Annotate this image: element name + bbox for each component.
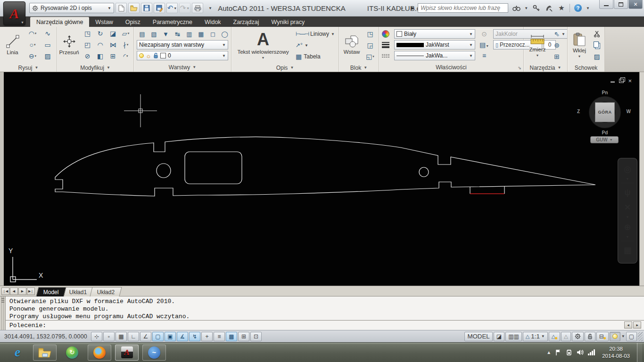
chevron-down-icon[interactable]: ▼	[626, 215, 629, 219]
ucs-menu-button[interactable]: GUW ▼	[590, 136, 619, 143]
save-button[interactable]	[141, 3, 152, 13]
showmotion-icon[interactable]: ▦	[620, 243, 635, 257]
draw-tool-button[interactable]: ⊖	[25, 51, 40, 61]
workspace-selector[interactable]: Rysowanie 2D i opis ▼	[29, 3, 114, 13]
layout-tab[interactable]: Model	[36, 287, 66, 296]
modify-tool-button[interactable]: ◧	[94, 51, 107, 61]
application-menu-button[interactable]: A ▼	[3, 1, 25, 25]
status-toggle-button[interactable]: ▫	[103, 332, 115, 341]
status-toggle-button[interactable]: ≡	[214, 332, 225, 341]
panel-footer-properties[interactable]: Właściwości ⇘	[379, 63, 523, 72]
taskbar-windows-explorer[interactable]	[33, 345, 57, 361]
panel-footer-draw[interactable]: Rysuj▼	[0, 64, 57, 72]
viewcube-south-label[interactable]: Pd	[602, 130, 608, 135]
line-tool-button[interactable]: Linia	[1, 28, 24, 63]
drawing-restore-icon[interactable]	[619, 79, 624, 83]
coordinate-readout[interactable]: 3014.4091, 1532.0795, 0.0000	[1, 333, 90, 340]
ribbon-tab[interactable]: Narzędzia główne	[30, 17, 89, 27]
modify-tool-button[interactable]: ↻	[94, 28, 107, 39]
open-file-button[interactable]	[128, 3, 140, 13]
status-toggle-button[interactable]: ∟	[128, 332, 139, 341]
status-toggle-button[interactable]: ↯	[189, 332, 200, 341]
modify-tool-button[interactable]: ⋈	[107, 40, 119, 50]
utility-tool-button[interactable]: ⊚	[551, 40, 562, 50]
power-icon[interactable]	[565, 349, 572, 355]
action-center-icon[interactable]	[555, 349, 561, 356]
application-status-menu-button[interactable]	[610, 332, 620, 341]
object-color-dropdown[interactable]: Biały ▼	[394, 29, 475, 39]
draw-tool-button[interactable]: ▨	[40, 51, 55, 61]
tray-expand-icon[interactable]: ▲	[546, 350, 551, 355]
lineweight-dropdown[interactable]: JakWarst ▼	[394, 40, 475, 49]
layer-tool-button[interactable]: ▥	[184, 29, 195, 39]
status-toggle-button[interactable]: ∠	[140, 332, 151, 341]
taskbar-thunderbird[interactable]: ~	[142, 345, 166, 361]
chevron-down-icon[interactable]: ▼	[626, 235, 629, 239]
show-desktop-button[interactable]	[637, 343, 642, 362]
modify-tool-button[interactable]: ⊘	[81, 51, 94, 61]
layer-tool-button[interactable]: ◯	[219, 29, 230, 39]
draw-tool-button[interactable]: ▭	[40, 40, 55, 50]
status-toggle-button[interactable]: ▢	[152, 332, 164, 341]
utility-tool-button[interactable]: ⇖	[551, 29, 562, 39]
panel-footer-block[interactable]: Blok▼	[339, 64, 379, 72]
undo-button[interactable]: ↶▼	[166, 3, 178, 13]
help-button[interactable]: ?	[573, 3, 583, 13]
chevron-down-icon[interactable]: ▼	[524, 6, 528, 10]
layers-list-icon[interactable]: ▤▼	[477, 41, 491, 49]
clean-screen-button[interactable]: ▢	[626, 332, 637, 341]
subscription-center-button[interactable]	[531, 3, 541, 13]
insert-block-button[interactable]: Wstaw	[340, 28, 363, 63]
block-tool-button[interactable]: ◲	[364, 40, 376, 50]
qat-customize-button[interactable]: ▼	[205, 3, 216, 13]
panel-footer-utilities[interactable]: Narzędzia▼	[524, 64, 567, 72]
viewcube-west-label[interactable]: Z	[577, 109, 580, 114]
viewcube-east-label[interactable]: W	[627, 109, 631, 114]
previous-layout-button[interactable]: ◀	[10, 288, 18, 295]
chevron-down-icon[interactable]: ▼	[586, 6, 590, 10]
modify-tool-button[interactable]: ◰	[81, 40, 94, 50]
model-space-canvas[interactable]: Y X × Pn Z GÓRA W Pd	[4, 72, 639, 286]
command-prompt-row[interactable]: Polecenie:	[6, 320, 644, 330]
new-file-button[interactable]	[116, 3, 127, 13]
linear-dimension-button[interactable]: ⊢—⊣ Liniowy ▼	[296, 29, 335, 39]
measure-button[interactable]: Zmierz ▼	[525, 28, 550, 63]
command-scroll-left-button[interactable]: ◀	[624, 321, 632, 329]
viewcube-north-label[interactable]: Pn	[602, 90, 608, 95]
ribbon-tab[interactable]: Opisz	[119, 17, 147, 27]
first-layout-button[interactable]: ❘◀	[1, 288, 9, 295]
taskbar-download-manager[interactable]: ↻	[60, 345, 84, 361]
leader-button[interactable]: ↗° ▼	[296, 41, 335, 50]
layer-tool-button[interactable]: ▼	[160, 29, 171, 39]
match-properties-icon[interactable]: ≡	[477, 52, 491, 59]
ribbon-tab[interactable]: Parametryczne	[147, 17, 198, 27]
modify-tool-button[interactable]: ◳	[81, 28, 94, 39]
panel-footer-annotation[interactable]: Opis▼	[231, 64, 339, 72]
infocenter-collapse-icon[interactable]: ▶	[411, 6, 414, 10]
command-text-area[interactable]: Otwieranie pliku DXF w formacie AutoCAD …	[6, 296, 644, 330]
chevron-down-icon[interactable]: ▼	[626, 177, 629, 181]
status-toggle-button[interactable]: ⊹	[91, 332, 102, 341]
favorites-button[interactable]: ★	[557, 3, 566, 13]
search-button[interactable]	[512, 3, 521, 13]
layer-dropdown[interactable]: ☼ 0 ▼	[137, 51, 228, 60]
lineweight-icon[interactable]	[382, 42, 389, 48]
layer-tool-button[interactable]: ↹	[172, 29, 183, 39]
panel-footer-layers[interactable]: Warstwy▼	[134, 63, 231, 72]
status-toggle-button[interactable]: ⊡	[250, 332, 262, 341]
volume-icon[interactable]	[577, 349, 584, 355]
command-scroll-right-button[interactable]: ▶	[633, 321, 641, 329]
modify-tool-button[interactable]: ◜	[119, 51, 132, 61]
move-tool-button[interactable]: Przesuń	[58, 28, 80, 63]
next-layout-button[interactable]: ▶	[18, 288, 26, 295]
annotation-visibility-button[interactable]: △	[549, 332, 560, 341]
quick-view-layouts-button[interactable]: ◪	[494, 332, 504, 341]
viewcube-top-face[interactable]: GÓRA	[595, 102, 615, 122]
save-as-button[interactable]	[154, 3, 165, 13]
zoom-icon[interactable]: ✕	[620, 200, 635, 214]
draw-tool-button[interactable]: ∿	[40, 28, 55, 39]
panel-footer-clipboard[interactable]: Schowek	[568, 64, 604, 72]
mtext-button[interactable]: A Tekst wielowierszowy ▼	[235, 28, 291, 63]
status-toggle-button[interactable]: ▦	[116, 332, 127, 341]
taskbar-clock[interactable]: 20:38 2014-08-03	[599, 346, 633, 360]
